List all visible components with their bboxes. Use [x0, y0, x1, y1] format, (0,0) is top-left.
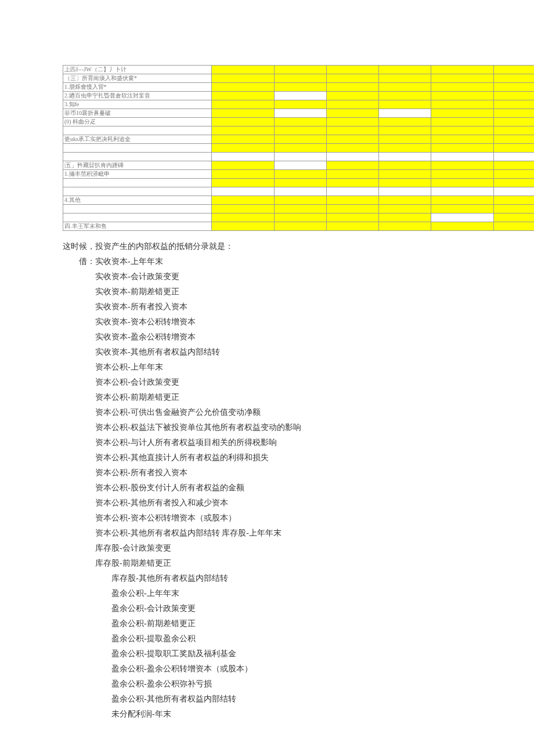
- data-cell: [327, 135, 379, 144]
- data-cell: [494, 109, 535, 118]
- table-row: 1.攝丰范积漭毗申: [63, 170, 535, 179]
- data-cell: [431, 92, 494, 100]
- data-cell: [494, 205, 535, 214]
- data-cell: [212, 66, 275, 74]
- data-cell: [327, 153, 379, 161]
- table-row: [63, 179, 535, 187]
- data-cell: [275, 196, 327, 205]
- row-label: [63, 187, 212, 196]
- table-row: 4.其伧: [63, 196, 535, 205]
- data-cell: [494, 153, 535, 161]
- journal-line: 资本公积-其他直接计人所有者权益的利得和损失: [63, 450, 511, 465]
- data-cell: [494, 74, 535, 83]
- data-cell: [379, 109, 431, 118]
- data-cell: [212, 100, 275, 109]
- data-cell: [431, 74, 494, 83]
- data-cell: [431, 214, 494, 222]
- journal-lines: 借：实收资本-上年年末实收资本-会计政策变更实收资本-前期差错更正实收资本-所有…: [63, 254, 511, 722]
- data-cell: [327, 222, 379, 231]
- data-cell: [494, 196, 535, 205]
- table-row: 1.朋烁會慢入背*: [63, 83, 535, 92]
- journal-line: 盈余公积-提取职工奖励及福利基金: [63, 646, 511, 661]
- data-cell: [379, 222, 431, 231]
- data-cell: [327, 66, 379, 74]
- row-label: [63, 179, 212, 187]
- row-label: [63, 205, 212, 214]
- data-cell: [212, 196, 275, 205]
- row-label: 3.知fe: [63, 100, 212, 109]
- data-cell: [275, 153, 327, 161]
- journal-line: 实收资本-所有者投入资本: [63, 299, 511, 314]
- data-cell: [212, 222, 275, 231]
- data-cell: [494, 118, 535, 126]
- entry-text-block: 这时候，投资产生的内部权益的抵销分录就是： 借：实收资本-上年年末实收资本-会计…: [63, 231, 511, 722]
- row-label: 菲币10襄折鼻蔓破: [63, 109, 212, 118]
- data-cell: [379, 100, 431, 109]
- data-cell: [379, 170, 431, 179]
- row-label: [63, 144, 212, 153]
- row-label: |五」矜藏暜扒肯內跇磚: [63, 161, 212, 170]
- data-cell: [494, 135, 535, 144]
- data-cell: [379, 153, 431, 161]
- table-row: 瓷uks承工实把决秏利追全: [63, 135, 535, 144]
- data-cell: [379, 205, 431, 214]
- journal-line: 资本公积-权益法下被投资单位其他所有者权益变动的影响: [63, 420, 511, 435]
- journal-line: 资本公积-与计人所有者权益项目相关的所得税影响: [63, 435, 511, 450]
- data-cell: [212, 126, 275, 135]
- data-cell: [212, 144, 275, 153]
- journal-line: 盈余公积-盈余公积转增资本（或股本）: [63, 661, 511, 677]
- data-cell: [431, 66, 494, 74]
- data-cell: [212, 153, 275, 161]
- yellow-grid-table: 上匹f—JW（二】丿卜计（三〕所育崗痰入和盛伏窗*1.朋烁會慢入背*2.廼百虫申…: [63, 65, 534, 231]
- data-cell: [275, 109, 327, 118]
- data-cell: [327, 83, 379, 92]
- row-label: [63, 126, 212, 135]
- data-cell: [212, 118, 275, 126]
- data-cell: [275, 100, 327, 109]
- data-cell: [379, 187, 431, 196]
- data-cell: [379, 196, 431, 205]
- data-cell: [494, 161, 535, 170]
- data-cell: [379, 83, 431, 92]
- data-cell: [275, 214, 327, 222]
- data-cell: [431, 179, 494, 187]
- data-cell: [494, 100, 535, 109]
- journal-line: 资本公积-其他所有者权益内部结转 库存股-上年年末: [63, 526, 511, 541]
- row-label: 瓷uks承工实把决秏利追全: [63, 135, 212, 144]
- journal-line: 实收资本-盈余公积转增资本: [63, 330, 511, 345]
- data-cell: [212, 214, 275, 222]
- data-cell: [431, 126, 494, 135]
- data-cell: [494, 83, 535, 92]
- data-cell: [379, 144, 431, 153]
- table-row: [63, 153, 535, 161]
- journal-line: 库存股-前期差错更正: [63, 556, 511, 571]
- table-row: |五」矜藏暜扒肯內跇磚: [63, 161, 535, 170]
- data-cell: [212, 161, 275, 170]
- journal-line: 实收资本-资本公积转增资本: [63, 314, 511, 330]
- journal-line: 盈余公积-盈余公积弥补亏损: [63, 677, 511, 692]
- data-cell: [275, 118, 327, 126]
- yellow-table-container: 上匹f—JW（二】丿卜计（三〕所育崗痰入和盛伏窗*1.朋烁會慢入背*2.廼百虫申…: [63, 65, 534, 231]
- journal-line: 库存股-会计政策变更: [63, 541, 511, 556]
- data-cell: [327, 144, 379, 153]
- data-cell: [212, 74, 275, 83]
- data-cell: [431, 170, 494, 179]
- data-cell: [431, 187, 494, 196]
- journal-line: 实收资本-其他所有者权益内部结转: [63, 345, 511, 360]
- journal-line: 资本公积-所有者投入资本: [63, 465, 511, 480]
- table-row: 四.丰王军末和鱼: [63, 222, 535, 231]
- intro-line: 这时候，投资产生的内部权益的抵销分录就是：: [63, 239, 511, 254]
- row-label: 1.朋烁會慢入背*: [63, 83, 212, 92]
- data-cell: [431, 118, 494, 126]
- data-cell: [275, 179, 327, 187]
- data-cell: [327, 205, 379, 214]
- data-cell: [494, 144, 535, 153]
- journal-line: 资本公积-会计政策变更: [63, 375, 511, 390]
- data-cell: [275, 92, 327, 100]
- journal-line: 未分配利润-年末: [63, 707, 511, 722]
- data-cell: [431, 161, 494, 170]
- table-row: 2.廼百虫申宁扎昬普倉软注対窐音: [63, 92, 535, 100]
- journal-line: 库存股-其他所有者权益内部结转: [63, 571, 511, 586]
- data-cell: [494, 222, 535, 231]
- data-cell: [431, 144, 494, 153]
